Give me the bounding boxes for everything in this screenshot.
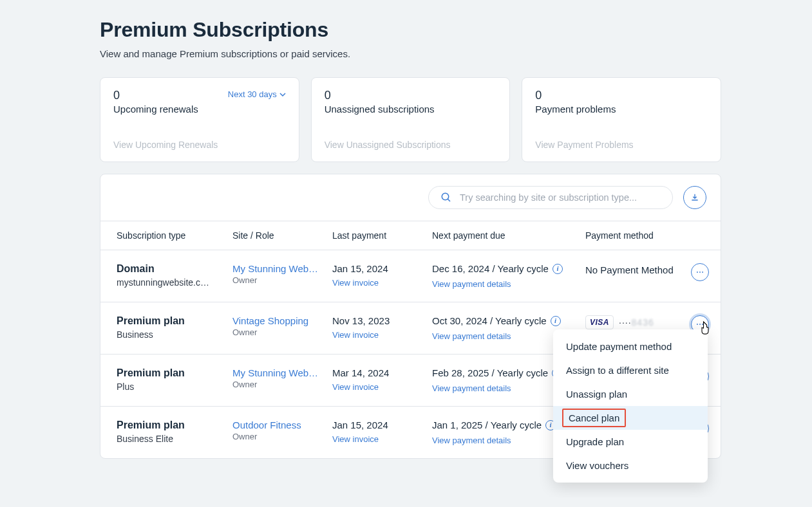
card-filter-label: Next 30 days [228, 89, 277, 99]
chevron-down-icon [279, 91, 286, 98]
next-payment-date: Feb 28, 2025 / Yearly cycle [432, 367, 548, 378]
svg-line-1 [448, 199, 450, 201]
card-link[interactable]: View Unassigned Subscriptions [325, 140, 497, 150]
summary-cards: 0 Upcoming renewals Next 30 days View Up… [100, 77, 721, 162]
view-invoice-link[interactable]: View invoice [332, 382, 379, 392]
view-payment-details-link[interactable]: View payment details [432, 331, 511, 341]
more-horizontal-icon [695, 268, 704, 277]
page-title: Premium Subscriptions [100, 18, 721, 42]
site-link[interactable]: Outdoor Fitness [232, 419, 325, 430]
role-label: Owner [232, 327, 325, 337]
svg-point-3 [699, 272, 701, 273]
last-payment-date: Jan 15, 2024 [332, 263, 424, 274]
menu-item[interactable]: Assign to a different site [553, 358, 708, 382]
role-label: Owner [232, 275, 325, 285]
visa-logo: VISA [585, 315, 614, 329]
menu-item[interactable]: Unassign plan [553, 382, 708, 406]
view-invoice-link[interactable]: View invoice [332, 278, 379, 288]
row-actions-menu: Update payment methodAssign to a differe… [553, 329, 708, 483]
card-link[interactable]: View Payment Problems [535, 140, 708, 150]
last-payment-date: Jan 15, 2024 [332, 419, 424, 430]
info-icon[interactable]: i [551, 316, 561, 326]
search-icon [440, 192, 452, 203]
card-label: Unassigned subscriptions [325, 104, 435, 115]
view-payment-details-link[interactable]: View payment details [432, 383, 511, 393]
table-header: Subscription type Site / Role Last payme… [100, 221, 721, 250]
subscription-subtype: Business Elite [117, 434, 225, 444]
last-payment-date: Mar 14, 2024 [332, 367, 424, 378]
download-button[interactable] [683, 186, 706, 209]
card-count: 0 [113, 89, 198, 101]
table-toolbar [100, 174, 721, 221]
site-link[interactable]: My Stunning Web… [232, 263, 325, 274]
table-row: Domain mystunningwebsite.c… My Stunning … [100, 250, 721, 302]
subscription-subtype: Plus [117, 382, 225, 392]
svg-point-2 [697, 272, 698, 273]
subscription-subtype: Business [117, 329, 225, 340]
svg-point-0 [442, 193, 449, 200]
card-last-digits: 8436 [632, 317, 654, 327]
last-payment-date: Nov 13, 2023 [332, 315, 424, 326]
menu-item[interactable]: View vouchers [553, 454, 708, 477]
payment-method-card: VISA····8436 [585, 315, 677, 329]
view-payment-details-link[interactable]: View payment details [432, 436, 511, 445]
card-payment-problems[interactable]: 0 Payment problems View Payment Problems [522, 77, 721, 162]
card-count: 0 [325, 89, 435, 101]
col-subscription-type: Subscription type [117, 230, 232, 241]
role-label: Owner [232, 432, 325, 441]
menu-item[interactable]: Update payment method [553, 335, 708, 358]
more-horizontal-icon [695, 320, 704, 329]
card-count: 0 [535, 89, 616, 101]
subscription-type: Premium plan [117, 419, 225, 431]
site-link[interactable]: My Stunning Web… [232, 367, 325, 378]
subscriptions-table: Subscription type Site / Role Last payme… [100, 174, 721, 459]
svg-point-7 [702, 324, 703, 325]
card-mask-dots: ···· [619, 317, 632, 327]
card-upcoming-renewals[interactable]: 0 Upcoming renewals Next 30 days View Up… [100, 77, 299, 162]
subscription-type: Premium plan [117, 315, 225, 327]
card-filter-dropdown[interactable]: Next 30 days [228, 89, 286, 99]
subscription-type: Domain [117, 263, 225, 275]
payment-method-none: No Payment Method [585, 263, 677, 277]
menu-item[interactable]: Cancel planCancel plan [553, 406, 708, 430]
page-subtitle: View and manage Premium subscriptions or… [100, 48, 721, 59]
info-icon[interactable]: i [552, 264, 563, 274]
view-invoice-link[interactable]: View invoice [332, 330, 379, 340]
col-next-payment: Next payment due [432, 230, 585, 241]
download-icon [690, 192, 700, 203]
search-field[interactable] [428, 186, 673, 209]
col-payment-method: Payment method [585, 230, 685, 241]
card-unassigned-subscriptions[interactable]: 0 Unassigned subscriptions View Unassign… [311, 77, 511, 162]
next-payment-date: Jan 1, 2025 / Yearly cycle [432, 419, 542, 430]
row-actions-button[interactable] [691, 263, 709, 281]
subscription-type: Premium plan [117, 367, 225, 379]
svg-point-4 [702, 272, 703, 273]
role-label: Owner [232, 380, 325, 389]
svg-point-5 [697, 324, 698, 325]
view-payment-details-link[interactable]: View payment details [432, 279, 511, 289]
next-payment-date: Dec 16, 2024 / Yearly cycle [432, 263, 549, 274]
table-row: Premium plan Business Vintage Shopping O… [100, 302, 721, 355]
svg-point-6 [699, 324, 701, 325]
site-link[interactable]: Vintage Shopping [232, 315, 325, 326]
col-site-role: Site / Role [232, 230, 332, 241]
search-input[interactable] [458, 192, 661, 203]
card-label: Upcoming renewals [113, 104, 198, 115]
card-link[interactable]: View Upcoming Renewals [113, 140, 286, 150]
view-invoice-link[interactable]: View invoice [332, 434, 379, 444]
subscription-subtype: mystunningwebsite.c… [117, 277, 225, 288]
card-label: Payment problems [535, 104, 616, 115]
next-payment-date: Oct 30, 2024 / Yearly cycle [432, 315, 547, 326]
col-last-payment: Last payment [332, 230, 432, 241]
menu-item[interactable]: Upgrade plan [553, 430, 708, 454]
